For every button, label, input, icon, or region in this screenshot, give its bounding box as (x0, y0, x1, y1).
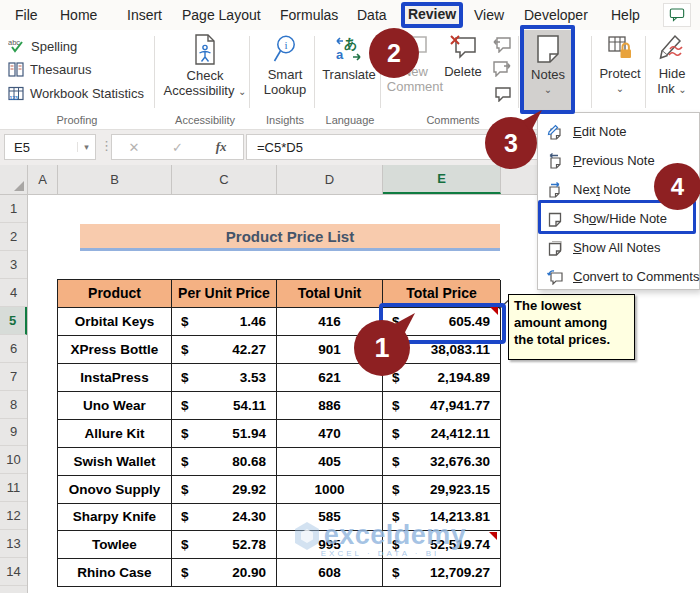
smart-lookup-button[interactable]: i Smart Lookup (255, 34, 315, 112)
tab-formulas[interactable]: Formulas (280, 7, 338, 23)
total-unit-cell[interactable]: 1000 (277, 476, 383, 504)
product-cell[interactable]: Rhino Case (58, 559, 172, 587)
cancel-button[interactable]: ✕ (128, 140, 139, 155)
name-box-dropdown-icon[interactable]: ▾ (77, 142, 95, 152)
unit-price-cell[interactable]: $29.92 (172, 476, 277, 504)
row-header-9[interactable]: 9 (0, 419, 27, 447)
tab-developer[interactable]: Developer (524, 7, 588, 23)
product-cell[interactable]: Swish Wallet (58, 448, 172, 476)
row-header-7[interactable]: 7 (0, 363, 27, 391)
table-row: Allure Kit $51.94 470 $24,412.11 (58, 420, 500, 448)
unit-price-cell[interactable]: $24.30 (172, 504, 277, 532)
name-box[interactable]: E5 ▾ (4, 134, 96, 160)
unit-price-cell[interactable]: $54.11 (172, 392, 277, 420)
total-price-cell[interactable]: $12,709.27 (383, 559, 501, 587)
tab-help[interactable]: Help (611, 7, 640, 23)
show-comments-icon (494, 86, 512, 102)
spelling-button[interactable]: abc Spelling (8, 36, 77, 56)
select-all-triangle-icon (14, 181, 24, 191)
hide-ink-button[interactable]: Hide Ink ⌄ (647, 34, 697, 112)
total-price-cell[interactable]: $47,941.77 (383, 392, 501, 420)
row-header-11[interactable]: 11 (0, 474, 27, 502)
menu-item-show-all-notes[interactable]: Show All Notes (538, 233, 699, 262)
total-price-cell[interactable]: $52,519.74 (383, 531, 501, 559)
total-unit-cell[interactable]: 995 (277, 531, 383, 559)
tab-home[interactable]: Home (60, 7, 97, 23)
unit-price-cell[interactable]: $42.27 (172, 336, 277, 364)
header-product[interactable]: Product (58, 280, 172, 308)
header-total-unit[interactable]: Total Unit (277, 280, 383, 308)
insert-function-button[interactable]: fx (216, 139, 227, 155)
total-price-cell[interactable]: $32,676.30 (383, 448, 501, 476)
row-header-8[interactable]: 8 (0, 391, 27, 419)
product-cell[interactable]: Towlee (58, 531, 172, 559)
total-unit-cell[interactable]: 585 (277, 504, 383, 532)
show-comments-button[interactable] (494, 86, 512, 102)
header-per-unit-price[interactable]: Per Unit Price (172, 280, 277, 308)
column-header-e[interactable]: E (383, 165, 501, 194)
row-header-5[interactable]: 5 (0, 307, 27, 335)
total-unit-cell[interactable]: 608 (277, 559, 383, 587)
thesaurus-button[interactable]: Thesaurus (8, 59, 91, 79)
tab-insert[interactable]: Insert (127, 7, 162, 23)
enter-button[interactable]: ✓ (172, 140, 183, 155)
menu-item-convert-to-comments[interactable]: Convert to Comments (538, 262, 699, 291)
row-header-1[interactable]: 1 (0, 195, 27, 223)
row-header-13[interactable]: 13 (0, 530, 27, 558)
group-separator (591, 36, 592, 108)
protect-button[interactable]: Protect ⌄ (594, 34, 646, 112)
unit-price-cell[interactable]: $1.46 (172, 308, 277, 336)
group-label-insights: Insights (255, 114, 315, 126)
total-price-cell[interactable]: $24,412.11 (383, 420, 501, 448)
column-header-c[interactable]: C (172, 165, 277, 194)
product-cell[interactable]: Uno Wear (58, 392, 172, 420)
tab-view[interactable]: View (474, 7, 504, 23)
product-cell[interactable]: Sharpy Knife (58, 504, 172, 532)
product-cell[interactable]: Onovo Supply (58, 476, 172, 504)
next-comment-icon (492, 60, 512, 77)
total-unit-cell[interactable]: 886 (277, 392, 383, 420)
convert-to-comments-icon (547, 269, 563, 285)
column-header-a[interactable]: A (28, 165, 58, 194)
menu-item-edit-note[interactable]: Edit Note (538, 117, 699, 146)
unit-price-cell[interactable]: $3.53 (172, 364, 277, 392)
row-header-10[interactable]: 10 (0, 446, 27, 474)
product-cell[interactable]: InstaPress (58, 364, 172, 392)
comments-toggle-button[interactable] (663, 3, 691, 27)
row-header-12[interactable]: 12 (0, 502, 27, 530)
column-header-b[interactable]: B (58, 165, 172, 194)
workbook-statistics-button[interactable]: 123 Workbook Statistics (8, 83, 144, 103)
group-label-language: Language (320, 114, 380, 126)
spelling-icon: abc (8, 38, 25, 54)
tab-page-layout[interactable]: Page Layout (182, 7, 261, 23)
tab-data[interactable]: Data (357, 7, 387, 23)
tab-review[interactable]: Review (405, 6, 459, 24)
product-cell[interactable]: XPress Bottle (58, 336, 172, 364)
total-price-cell[interactable]: $14,213.81 (383, 504, 501, 532)
row-header-6[interactable]: 6 (0, 335, 27, 363)
cell-note-popup[interactable]: The lowest amount among the total prices… (508, 294, 635, 360)
unit-price-cell[interactable]: $80.68 (172, 448, 277, 476)
check-accessibility-button[interactable]: Check Accessibility ⌄ (160, 34, 250, 112)
column-header-d[interactable]: D (277, 165, 383, 194)
product-cell[interactable]: Orbital Keys (58, 308, 172, 336)
unit-price-cell[interactable]: $52.78 (172, 531, 277, 559)
step-badge-1: 1 (354, 320, 410, 376)
product-cell[interactable]: Allure Kit (58, 420, 172, 448)
total-price-cell[interactable]: $29,923.15 (383, 476, 501, 504)
select-all-corner[interactable] (0, 165, 28, 194)
row-header-4[interactable]: 4 (0, 279, 27, 307)
step-badge-2: 2 (369, 28, 419, 78)
step-badge-3: 3 (485, 117, 537, 169)
unit-price-cell[interactable]: $51.94 (172, 420, 277, 448)
previous-comment-button[interactable] (492, 36, 512, 53)
tab-file[interactable]: File (15, 7, 38, 23)
next-comment-button[interactable] (492, 60, 512, 77)
delete-comment-button[interactable]: Delete (437, 34, 489, 112)
total-unit-cell[interactable]: 470 (277, 420, 383, 448)
total-unit-cell[interactable]: 405 (277, 448, 383, 476)
unit-price-cell[interactable]: $20.90 (172, 559, 277, 587)
row-header-14[interactable]: 14 (0, 558, 27, 586)
row-header-2[interactable]: 2 (0, 223, 27, 251)
row-header-3[interactable]: 3 (0, 251, 27, 279)
